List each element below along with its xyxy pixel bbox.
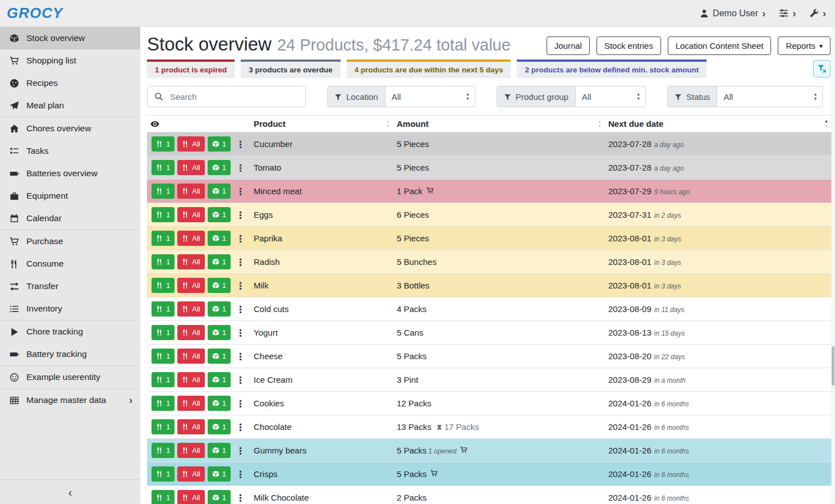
collapse-sidebar-button[interactable]: ‹ — [0, 479, 140, 504]
status-card-overdue[interactable]: 3 products are overdue — [241, 59, 340, 78]
consume-one-button[interactable]: 1 — [152, 490, 175, 504]
location-select[interactable]: All▲▼ — [386, 86, 475, 107]
sidebar-item-shopping-list[interactable]: Shopping list — [0, 49, 140, 72]
open-one-button[interactable]: 1 — [208, 231, 231, 246]
consume-all-button[interactable]: All — [177, 490, 204, 504]
reports-button[interactable]: Reports▾ — [778, 36, 831, 55]
consume-all-button[interactable]: All — [177, 231, 204, 246]
open-one-button[interactable]: 1 — [208, 419, 231, 434]
row-menu-button[interactable]: ⋮ — [233, 162, 247, 174]
open-one-button[interactable]: 1 — [208, 207, 231, 222]
row-menu-button[interactable]: ⋮ — [233, 445, 247, 457]
sidebar-item-recipes[interactable]: Recipes — [0, 72, 140, 94]
consume-all-button[interactable]: All — [177, 136, 204, 152]
consume-one-button[interactable]: 1 — [152, 325, 175, 340]
sidebar-item-calendar[interactable]: Calendar — [0, 207, 140, 230]
row-menu-button[interactable]: ⋮ — [233, 256, 247, 268]
consume-one-button[interactable]: 1 — [152, 396, 175, 411]
consume-one-button[interactable]: 1 — [152, 372, 175, 387]
app-logo[interactable]: GROCY — [7, 4, 63, 22]
consume-all-button[interactable]: All — [177, 301, 204, 317]
open-one-button[interactable]: 1 — [208, 349, 231, 364]
consume-one-button[interactable]: 1 — [152, 136, 175, 152]
row-menu-button[interactable]: ⋮ — [233, 351, 247, 363]
sidebar-item-chores-overview[interactable]: Chores overview — [0, 117, 140, 140]
open-one-button[interactable]: 1 — [208, 466, 231, 482]
open-one-button[interactable]: 1 — [208, 184, 231, 199]
consume-one-button[interactable]: 1 — [152, 207, 175, 222]
column-header-product[interactable]: Product▲▼ — [250, 116, 393, 132]
consume-all-button[interactable]: All — [177, 160, 204, 175]
consume-one-button[interactable]: 1 — [152, 184, 175, 199]
consume-one-button[interactable]: 1 — [152, 278, 175, 293]
open-one-button[interactable]: 1 — [208, 490, 231, 504]
column-header-due-date[interactable]: Next due date▲▼ — [605, 116, 832, 132]
journal-button[interactable]: Journal — [547, 36, 590, 55]
row-menu-button[interactable]: ⋮ — [233, 469, 247, 480]
row-menu-button[interactable]: ⋮ — [233, 421, 247, 433]
consume-one-button[interactable]: 1 — [152, 254, 175, 269]
sidebar-item-example-userentity[interactable]: Example userentity — [0, 366, 140, 388]
open-one-button[interactable]: 1 — [208, 254, 231, 269]
consume-all-button[interactable]: All — [177, 207, 204, 222]
consume-all-button[interactable]: All — [177, 278, 204, 293]
sidebar-item-chore-tracking[interactable]: Chore tracking — [0, 320, 140, 343]
open-one-button[interactable]: 1 — [208, 301, 231, 317]
sidebar-item-transfer[interactable]: Transfer — [0, 275, 140, 297]
sidebar-item-battery-tracking[interactable]: Battery tracking — [0, 343, 140, 365]
consume-all-button[interactable]: All — [177, 419, 204, 434]
consume-one-button[interactable]: 1 — [152, 160, 175, 175]
product-group-select[interactable]: All▲▼ — [576, 86, 646, 107]
open-one-button[interactable]: 1 — [208, 325, 231, 340]
column-header-visibility[interactable] — [147, 116, 250, 132]
consume-all-button[interactable]: All — [177, 372, 204, 387]
status-card-expired[interactable]: 1 product is expired — [147, 59, 235, 78]
stock-entries-button[interactable]: Stock entries — [597, 36, 661, 55]
open-one-button[interactable]: 1 — [208, 278, 231, 293]
consume-one-button[interactable]: 1 — [152, 301, 175, 317]
row-menu-button[interactable]: ⋮ — [233, 186, 247, 198]
row-menu-button[interactable]: ⋮ — [233, 398, 247, 410]
consume-one-button[interactable]: 1 — [152, 349, 175, 364]
sidebar-item-purchase[interactable]: Purchase — [0, 230, 140, 253]
sidebar-item-manage-master-data[interactable]: Manage master data› — [0, 389, 140, 411]
status-select[interactable]: All▲▼ — [717, 86, 823, 107]
user-menu[interactable]: Demo User › — [700, 8, 765, 19]
consume-one-button[interactable]: 1 — [152, 443, 175, 458]
consume-one-button[interactable]: 1 — [152, 231, 175, 246]
sidebar-item-equipment[interactable]: Equipment — [0, 185, 140, 207]
admin-menu[interactable]: › — [810, 8, 826, 19]
row-menu-button[interactable]: ⋮ — [233, 374, 247, 386]
row-menu-button[interactable]: ⋮ — [233, 327, 247, 339]
sidebar-item-batteries-overview[interactable]: Batteries overview — [0, 162, 140, 185]
consume-all-button[interactable]: All — [177, 349, 204, 364]
consume-all-button[interactable]: All — [177, 396, 204, 411]
row-menu-button[interactable]: ⋮ — [233, 280, 247, 292]
sidebar-item-inventory[interactable]: Inventory — [0, 297, 140, 320]
status-card-below-min[interactable]: 2 products are below defined min. stock … — [517, 59, 706, 78]
column-header-amount[interactable]: Amount▲▼ — [393, 116, 605, 132]
scrollbar-thumb[interactable] — [832, 346, 834, 386]
open-one-button[interactable]: 1 — [208, 396, 231, 411]
open-one-button[interactable]: 1 — [208, 136, 231, 152]
consume-all-button[interactable]: All — [177, 184, 204, 199]
sidebar-item-meal-plan[interactable]: Meal plan — [0, 94, 140, 117]
open-one-button[interactable]: 1 — [208, 160, 231, 175]
open-one-button[interactable]: 1 — [208, 372, 231, 387]
consume-all-button[interactable]: All — [177, 254, 204, 269]
row-menu-button[interactable]: ⋮ — [233, 209, 247, 221]
row-menu-button[interactable]: ⋮ — [233, 233, 247, 245]
location-content-sheet-button[interactable]: Location Content Sheet — [668, 36, 772, 55]
sidebar-item-consume[interactable]: Consume — [0, 253, 140, 275]
scrollbar-track[interactable] — [831, 27, 835, 504]
open-one-button[interactable]: 1 — [208, 443, 231, 458]
search-input[interactable] — [170, 86, 305, 107]
clear-filters-button[interactable] — [813, 60, 831, 77]
consume-one-button[interactable]: 1 — [152, 466, 175, 482]
settings-menu[interactable]: › — [779, 8, 796, 19]
sidebar-item-stock-overview[interactable]: Stock overview — [0, 27, 140, 49]
consume-one-button[interactable]: 1 — [152, 419, 175, 434]
row-menu-button[interactable]: ⋮ — [233, 304, 247, 315]
consume-all-button[interactable]: All — [177, 325, 204, 340]
row-menu-button[interactable]: ⋮ — [233, 492, 247, 504]
